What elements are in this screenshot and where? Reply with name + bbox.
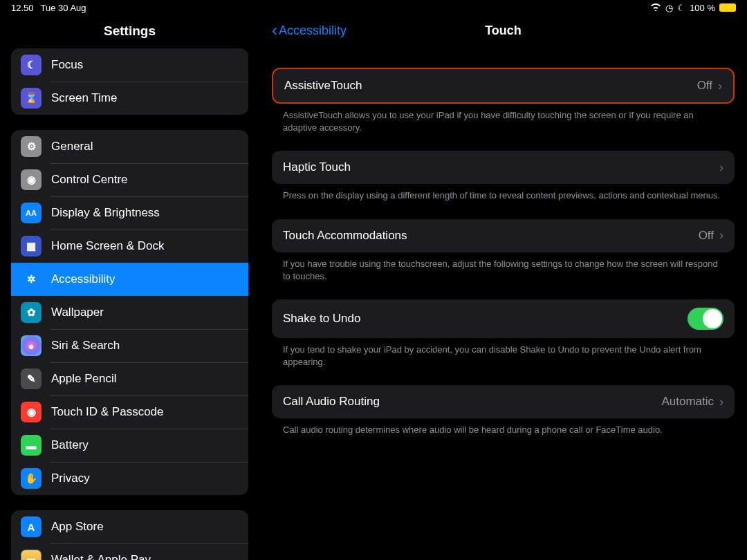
chevron-right-icon: › <box>719 228 723 243</box>
row-label: Shake to Undo <box>283 312 360 326</box>
sidebar-title: Settings <box>0 15 259 48</box>
battery-icon <box>719 3 736 12</box>
settings-row-call-audio-routing[interactable]: Call Audio RoutingAutomatic› <box>272 385 735 418</box>
sidebar-item-wallet-apple-pay[interactable]: ▭Wallet & Apple Pay <box>11 543 248 560</box>
sidebar-item-display-brightness[interactable]: AADisplay & Brightness <box>11 196 248 230</box>
sidebar-item-label: Display & Brightness <box>51 206 160 220</box>
accessibility-icon: ✲ <box>21 269 42 290</box>
back-button[interactable]: ‹ Accessibility <box>272 22 347 39</box>
chevron-left-icon: ‹ <box>272 22 277 39</box>
settings-card: Touch AccommodationsOff› <box>272 219 735 252</box>
settings-row-assistivetouch[interactable]: AssistiveTouchOff› <box>273 69 733 102</box>
group-footer: Press on the display using a different l… <box>272 184 735 202</box>
status-date: Tue 30 Aug <box>41 3 86 13</box>
sidebar-item-label: App Store <box>51 520 104 534</box>
sidebar-item-privacy[interactable]: ✋Privacy <box>11 462 248 495</box>
settings-card: Call Audio RoutingAutomatic› <box>272 385 735 418</box>
sidebar-item-control-centre[interactable]: ◉Control Centre <box>11 163 248 196</box>
group-footer: If you have trouble using the touchscree… <box>272 252 735 283</box>
settings-row-shake-to-undo[interactable]: Shake to Undo <box>272 299 735 338</box>
row-value: Off <box>699 229 714 243</box>
row-accessory: Off› <box>697 79 722 93</box>
sidebar-item-general[interactable]: ⚙General <box>11 130 248 163</box>
sidebar-item-screen-time[interactable]: ⌛Screen Time <box>11 82 248 115</box>
wallet-icon: ▭ <box>21 550 42 560</box>
settings-card: Haptic Touch› <box>272 151 735 184</box>
detail-panel: ‹ Accessibility Touch AssistiveTouchOff›… <box>259 15 747 560</box>
status-bar: 12.50 Tue 30 Aug ◷ ☾ 100 % <box>0 0 747 15</box>
sidebar-section: ⚙General◉Control CentreAADisplay & Brigh… <box>11 130 248 495</box>
sidebar-item-label: Control Centre <box>51 173 128 187</box>
grid-icon: ▦ <box>21 236 42 256</box>
row-accessory: Off› <box>699 228 723 243</box>
page-title: Touch <box>485 24 522 38</box>
gear-icon: ⚙ <box>21 136 42 157</box>
group-footer: Call audio routing determines where audi… <box>272 418 735 436</box>
sidebar-item-label: Screen Time <box>51 91 117 105</box>
battery-icon: ▬ <box>21 435 42 456</box>
settings-row-touch-accommodations[interactable]: Touch AccommodationsOff› <box>272 219 735 252</box>
sidebar-item-label: Battery <box>51 438 89 452</box>
sidebar-item-label: Apple Pencil <box>51 372 117 386</box>
settings-group: Touch AccommodationsOff›If you have trou… <box>272 219 735 283</box>
settings-group: Haptic Touch›Press on the display using … <box>272 151 735 202</box>
sidebar-item-label: Wallpaper <box>51 306 104 319</box>
sidebar-section: AApp Store▭Wallet & Apple Pay <box>11 510 248 560</box>
switch-icon: ◉ <box>21 169 42 190</box>
sidebar-item-label: Touch ID & Passcode <box>51 405 164 419</box>
settings-card: AssistiveTouchOff› <box>272 68 735 104</box>
battery-percent: 100 % <box>690 3 715 13</box>
group-footer: AssistiveTouch allows you to use your iP… <box>272 104 735 134</box>
pencil-icon: ✎ <box>21 368 42 389</box>
row-accessory: Automatic› <box>661 395 723 409</box>
sidebar-item-label: Accessibility <box>51 272 116 286</box>
sidebar-section: ☾Focus⌛Screen Time <box>11 48 248 115</box>
siri-icon: ● <box>21 335 42 356</box>
hand-icon: ✋ <box>21 468 42 489</box>
flower-icon: ✿ <box>21 302 42 323</box>
chevron-right-icon: › <box>718 79 722 93</box>
group-footer: If you tend to shake your iPad by accide… <box>272 338 735 368</box>
row-label: AssistiveTouch <box>284 79 362 93</box>
toggle-switch[interactable] <box>688 308 723 330</box>
sidebar-item-app-store[interactable]: AApp Store <box>11 510 248 543</box>
sidebar-item-wallpaper[interactable]: ✿Wallpaper <box>11 296 248 329</box>
row-label: Touch Accommodations <box>283 229 407 243</box>
settings-sidebar: Settings ☾Focus⌛Screen Time⚙General◉Cont… <box>0 15 259 560</box>
sidebar-item-label: General <box>51 140 93 153</box>
chevron-right-icon: › <box>719 395 723 409</box>
sidebar-item-home-screen-dock[interactable]: ▦Home Screen & Dock <box>11 230 248 263</box>
sidebar-item-label: Privacy <box>51 472 90 485</box>
settings-group: Shake to UndoIf you tend to shake your i… <box>272 299 735 368</box>
chevron-right-icon: › <box>719 160 723 175</box>
settings-card: Shake to Undo <box>272 299 735 338</box>
sidebar-item-focus[interactable]: ☾Focus <box>11 48 248 82</box>
sidebar-item-label: Focus <box>51 58 83 72</box>
dnd-icon: ☾ <box>677 3 685 13</box>
row-label: Call Audio Routing <box>283 395 380 409</box>
fingerprint-icon: ◉ <box>21 402 42 422</box>
wifi-icon <box>650 3 661 13</box>
sidebar-item-accessibility[interactable]: ✲Accessibility <box>11 263 248 296</box>
hourglass-icon: ⌛ <box>21 88 42 109</box>
status-time: 12.50 <box>11 3 34 13</box>
row-accessory: › <box>719 160 723 175</box>
settings-group: AssistiveTouchOff›AssistiveTouch allows … <box>272 68 735 134</box>
back-label: Accessibility <box>279 24 347 38</box>
row-label: Haptic Touch <box>283 160 351 174</box>
text-size-icon: AA <box>21 203 42 223</box>
sidebar-item-battery[interactable]: ▬Battery <box>11 429 248 462</box>
row-value: Off <box>697 79 712 93</box>
sidebar-item-siri-search[interactable]: ●Siri & Search <box>11 329 248 362</box>
alarm-icon: ◷ <box>665 3 673 13</box>
appstore-icon: A <box>21 516 42 537</box>
settings-group: Call Audio RoutingAutomatic›Call audio r… <box>272 385 735 436</box>
sidebar-item-label: Home Screen & Dock <box>51 239 164 253</box>
row-accessory <box>688 308 723 330</box>
sidebar-item-touch-id-passcode[interactable]: ◉Touch ID & Passcode <box>11 395 248 429</box>
toggle-knob <box>703 309 722 328</box>
sidebar-item-apple-pencil[interactable]: ✎Apple Pencil <box>11 362 248 395</box>
sidebar-item-label: Wallet & Apple Pay <box>51 553 151 560</box>
settings-row-haptic-touch[interactable]: Haptic Touch› <box>272 151 735 184</box>
sidebar-item-label: Siri & Search <box>51 339 120 353</box>
